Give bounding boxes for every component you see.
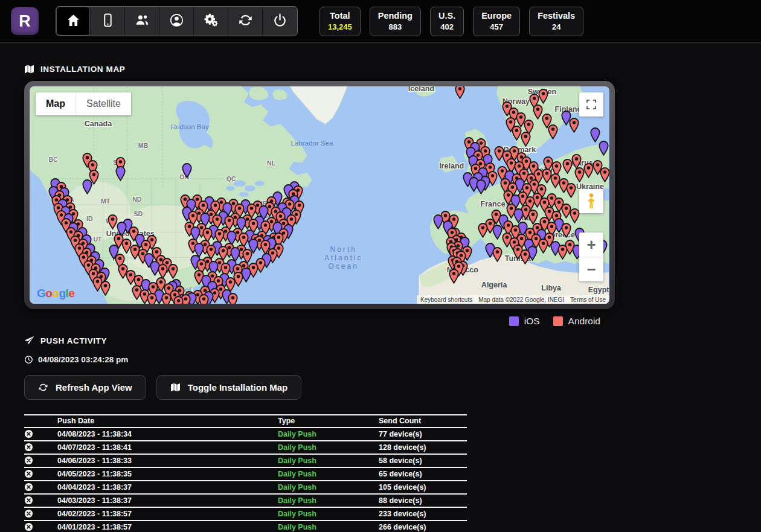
send-count-cell: 65 device(s)	[379, 467, 467, 481]
push-type-cell: Daily Push	[278, 454, 379, 467]
zoom-in-button[interactable]: +	[579, 232, 603, 257]
action-buttons: Refresh App View Toggle Installation Map	[24, 375, 761, 400]
col-type: Type	[278, 415, 379, 428]
terms-of-use-link[interactable]: Terms of Use	[570, 296, 606, 303]
push-date-cell: 04/02/2023 - 11:38:57	[57, 507, 278, 521]
push-date-cell: 04/08/2023 - 11:38:34	[57, 428, 278, 441]
android-map-pin[interactable]	[600, 167, 610, 182]
android-map-pin[interactable]	[449, 269, 459, 284]
android-map-pin[interactable]	[100, 281, 111, 296]
map-type-map-button[interactable]: Map	[36, 92, 76, 115]
stat-badges: Total13,245Pending883U.S.402Europe457Fes…	[319, 7, 583, 36]
badge-total: Total13,245	[319, 7, 361, 36]
google-map[interactable]: CanadaUnited StatesMexicoIcelandSwedenNo…	[30, 86, 609, 304]
delete-row-icon[interactable]	[24, 482, 57, 492]
last-refresh-timestamp: 04/08/2023 03:24:28 pm	[24, 355, 761, 364]
android-map-pin[interactable]	[562, 159, 573, 174]
delete-row-icon[interactable]	[24, 522, 57, 531]
android-map-pin[interactable]	[173, 296, 184, 304]
pegman-control[interactable]	[579, 189, 603, 213]
badge-festivals: Festivals24	[529, 7, 583, 36]
push-type-cell: Daily Push	[278, 428, 379, 441]
clock-icon	[24, 355, 33, 364]
users-icon	[135, 13, 150, 30]
delete-row-icon[interactable]	[24, 509, 57, 518]
nav-power-button[interactable]	[263, 7, 297, 36]
delete-row-icon[interactable]	[24, 469, 57, 478]
push-table-row: 04/07/2023 - 11:38:41Daily Push128 devic…	[24, 441, 467, 454]
android-map-pin[interactable]	[570, 208, 580, 223]
col-push-date: Push Date	[57, 415, 278, 428]
push-type-cell: Daily Push	[278, 521, 379, 532]
fullscreen-icon	[586, 100, 596, 109]
google-logo[interactable]: Google	[37, 287, 74, 300]
pegman-icon	[586, 193, 596, 209]
push-table-row: 04/01/2023 - 11:38:57Daily Push266 devic…	[24, 521, 467, 532]
push-date-cell: 04/04/2023 - 11:38:37	[57, 481, 278, 494]
android-map-pin[interactable]	[478, 223, 488, 238]
nav-home-button[interactable]	[56, 7, 91, 36]
android-map-pin[interactable]	[199, 294, 209, 304]
push-date-cell: 04/07/2023 - 11:38:41	[57, 441, 278, 454]
refresh-app-view-button[interactable]: Refresh App View	[24, 375, 146, 400]
android-map-pin[interactable]	[492, 247, 503, 262]
android-map-pin[interactable]	[161, 293, 172, 304]
page-content: INSTALLATION MAP	[0, 64, 761, 532]
android-map-pin[interactable]	[569, 118, 579, 133]
android-map-pin[interactable]	[228, 293, 238, 304]
ios-map-pin[interactable]	[115, 166, 126, 181]
android-map-pin[interactable]	[557, 245, 568, 260]
android-map-pin[interactable]	[520, 249, 530, 264]
ios-map-pin[interactable]	[476, 179, 486, 194]
zoom-out-button[interactable]: −	[579, 257, 603, 281]
send-count-cell: 128 device(s)	[379, 441, 467, 454]
android-map-pin[interactable]	[147, 293, 157, 304]
nav-users-button[interactable]	[125, 7, 159, 36]
ios-map-pin[interactable]	[433, 214, 443, 229]
push-table-row: 04/04/2023 - 11:38:37Daily Push105 devic…	[24, 481, 467, 494]
ios-map-pin[interactable]	[82, 179, 92, 194]
nav-account-button[interactable]	[159, 7, 194, 36]
user-circle-icon	[169, 13, 184, 30]
push-activity-title: PUSH ACTIVITY	[40, 336, 107, 345]
android-map-pin[interactable]	[521, 132, 531, 147]
android-map-pin[interactable]	[538, 89, 548, 104]
map-markers-layer	[30, 86, 609, 304]
android-map-pin[interactable]	[548, 124, 558, 139]
installation-map-title: INSTALLATION MAP	[40, 65, 125, 74]
android-map-pin[interactable]	[583, 163, 594, 178]
delete-row-icon[interactable]	[24, 496, 57, 505]
map-type-satellite-button[interactable]: Satellite	[76, 92, 131, 115]
map-legend: iOSAndroid	[24, 316, 615, 327]
installation-map-heading: INSTALLATION MAP	[24, 64, 761, 74]
android-map-pin[interactable]	[538, 239, 548, 254]
badge-us: U.S.402	[430, 7, 464, 36]
nav-settings-button[interactable]	[194, 7, 228, 36]
android-map-pin[interactable]	[561, 223, 571, 238]
ios-map-pin[interactable]	[182, 163, 192, 178]
delete-row-icon[interactable]	[24, 443, 57, 452]
push-type-cell: Daily Push	[278, 467, 379, 481]
nav-mobile-button[interactable]	[91, 7, 125, 36]
push-table-row: 04/08/2023 - 11:38:34Daily Push77 device…	[24, 428, 467, 441]
delete-row-icon[interactable]	[24, 429, 57, 438]
delete-row-icon[interactable]	[24, 456, 57, 465]
keyboard-shortcuts-link[interactable]: Keyboard shortcuts	[420, 296, 472, 303]
android-map-pin[interactable]	[168, 264, 178, 279]
gears-icon	[204, 13, 219, 30]
ios-map-pin[interactable]	[492, 225, 503, 240]
send-count-cell: 105 device(s)	[379, 481, 467, 494]
android-map-pin[interactable]	[574, 167, 585, 182]
android-map-pin[interactable]	[566, 183, 576, 198]
android-map-pin[interactable]	[455, 86, 465, 99]
push-date-cell: 04/03/2023 - 11:38:37	[57, 494, 278, 507]
map-type-control: Map Satellite	[36, 92, 131, 115]
app-logo[interactable]: R	[11, 7, 39, 35]
toggle-installation-map-button[interactable]: Toggle Installation Map	[156, 375, 302, 400]
nav-sync-button[interactable]	[228, 7, 263, 36]
paper-plane-icon	[24, 336, 34, 346]
ios-map-pin[interactable]	[599, 141, 609, 156]
fullscreen-button[interactable]	[579, 92, 603, 117]
map-fold-icon	[170, 382, 181, 393]
send-count-cell: 88 device(s)	[379, 494, 467, 507]
